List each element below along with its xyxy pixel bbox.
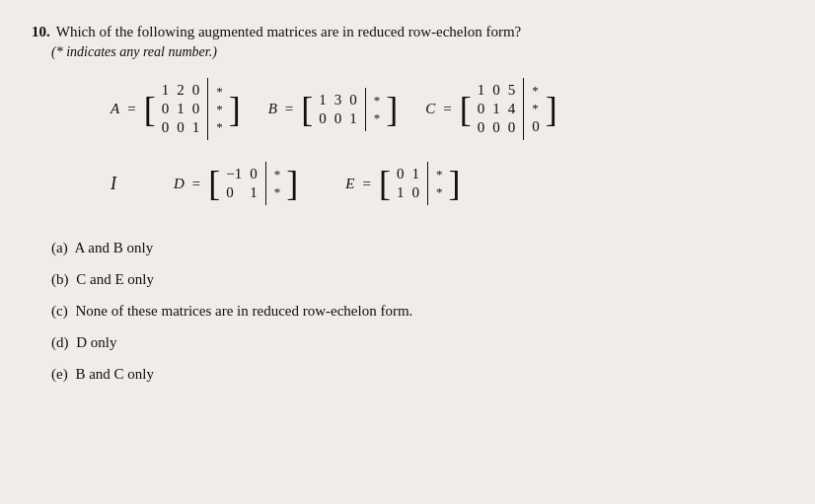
bracket-left: [ xyxy=(379,162,391,205)
bracket-right: ] xyxy=(229,78,241,140)
answer-a-text: A and B only xyxy=(75,240,154,255)
matrices-row-2: I D = [ −10 01 * * ] xyxy=(111,162,783,205)
question-number: 10. xyxy=(32,24,50,40)
bracket-right: ] xyxy=(386,88,398,131)
answer-a-label: (a) xyxy=(51,240,68,255)
matrix-E-label: E xyxy=(345,176,354,192)
matrix-C: C = [ 105 014 000 * * 0 ] xyxy=(425,78,556,140)
answer-e-text: B and C only xyxy=(75,366,154,382)
matrix-D: D = [ −10 01 * * ] xyxy=(174,162,298,205)
identity-placeholder: I xyxy=(111,174,126,194)
answer-b: (b) C and E only xyxy=(51,264,783,294)
question-block: 10. Which of the following augmented mat… xyxy=(32,24,783,389)
answer-d-label: (d) xyxy=(51,334,69,350)
bracket-left: [ xyxy=(460,78,472,140)
bracket-left: [ xyxy=(144,78,156,140)
answer-a: (a) A and B only xyxy=(51,233,783,262)
answer-c-label: (c) xyxy=(51,303,68,319)
answer-choices: (a) A and B only (b) C and E only (c) No… xyxy=(51,233,783,389)
matrices-row-1: A = [ 120 010 001 * * * ] xyxy=(111,78,783,140)
matrix-A-label: A xyxy=(111,101,119,117)
matrix-D-label: D xyxy=(174,176,185,192)
answer-e-label: (e) xyxy=(51,366,68,382)
bracket-left: [ xyxy=(208,162,220,205)
answer-b-label: (b) xyxy=(51,271,69,287)
answer-e: (e) B and C only xyxy=(51,359,783,389)
matrix-A: A = [ 120 010 001 * * * ] xyxy=(111,78,241,140)
answer-c: (c) None of these matrices are in reduce… xyxy=(51,296,783,325)
answer-b-text: C and E only xyxy=(76,271,154,287)
bracket-right: ] xyxy=(286,162,298,205)
bracket-left: [ xyxy=(301,88,313,131)
question-header: 10. Which of the following augmented mat… xyxy=(32,24,783,40)
question-subtext: (* indicates any real number.) xyxy=(51,44,783,60)
answer-c-text: None of these matrices are in reduced ro… xyxy=(75,303,412,319)
bracket-right: ] xyxy=(448,162,460,205)
matrix-E: E = [ 01 10 * * ] xyxy=(345,162,460,205)
matrix-B: B = [ 130 001 * * ] xyxy=(268,88,399,131)
answer-d-text: D only xyxy=(76,334,116,350)
answer-d: (d) D only xyxy=(51,327,783,357)
bracket-right: ] xyxy=(546,78,557,140)
question-main-text: Which of the following augmented matrice… xyxy=(56,24,521,40)
matrix-B-label: B xyxy=(268,101,277,117)
matrix-C-label: C xyxy=(425,101,435,117)
